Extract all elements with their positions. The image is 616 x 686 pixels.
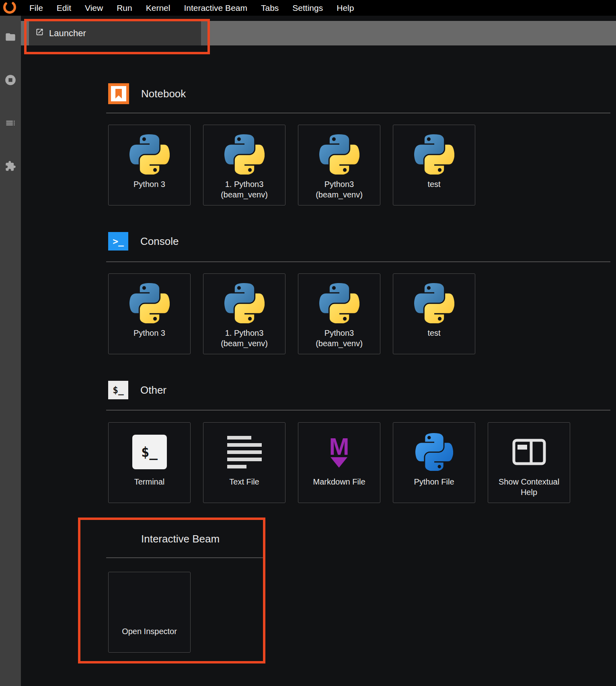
menu-tabs[interactable]: Tabs: [254, 3, 285, 13]
card-console-python3-beam-venv-1[interactable]: 1. Python3 (beam_venv): [203, 273, 285, 354]
console-icon: >_: [108, 232, 128, 251]
card-console-test[interactable]: test: [393, 273, 475, 354]
python-logo-icon: [319, 134, 359, 175]
tab-bar: Launcher: [21, 21, 616, 45]
card-label: Python 3: [133, 179, 165, 189]
tab-launcher-label: Launcher: [49, 28, 86, 39]
section-header-console: >_ Console: [108, 231, 179, 252]
menu-settings[interactable]: Settings: [285, 3, 330, 13]
markdown-icon: M: [329, 436, 349, 468]
section-header-notebook: Notebook: [108, 83, 186, 104]
notebook-cards-row: Python 3 1. Python3 (beam_venv) Python3 …: [108, 125, 475, 205]
jupyter-logo-icon: [2, 0, 17, 17]
console-cards-row: Python 3 1. Python3 (beam_venv) Python3 …: [108, 273, 475, 354]
python-logo-icon: [224, 283, 265, 323]
card-label: 1. Python3 (beam_venv): [206, 328, 283, 349]
card-label: Python3 (beam_venv): [301, 179, 378, 200]
table-of-contents-icon[interactable]: [5, 117, 16, 129]
menu-run[interactable]: Run: [110, 3, 139, 13]
card-label: Python File: [414, 477, 454, 487]
extension-manager-icon[interactable]: [5, 160, 16, 172]
section-title-notebook: Notebook: [141, 88, 186, 100]
section-divider: [106, 261, 610, 262]
python-logo-icon: [224, 134, 265, 175]
python-logo-icon: [129, 283, 170, 323]
contextual-help-icon: [512, 439, 546, 465]
section-header-interactive-beam: Interactive Beam: [141, 530, 220, 548]
terminal-icon: $_: [132, 435, 167, 469]
card-open-inspector[interactable]: Open Inspector: [108, 572, 191, 653]
external-link-icon: [35, 28, 44, 39]
python-logo-icon: [414, 134, 454, 175]
terminal-section-icon: $_: [108, 381, 128, 399]
card-show-contextual-help[interactable]: Show Contextual Help: [488, 422, 570, 503]
tab-launcher[interactable]: Launcher: [29, 21, 201, 45]
card-markdown-file[interactable]: M Markdown File: [298, 422, 380, 503]
left-sidebar: [0, 16, 21, 686]
terminal-glyph: $_: [141, 444, 158, 460]
card-text-file[interactable]: Text File: [203, 422, 285, 503]
section-title-other: Other: [140, 384, 166, 396]
section-title-console: Console: [140, 235, 179, 248]
card-label: Python 3: [133, 328, 165, 338]
console-glyph: >_: [113, 236, 124, 246]
section-divider: [106, 557, 264, 558]
card-label: Show Contextual Help: [496, 477, 562, 497]
menu-kernel[interactable]: Kernel: [139, 3, 177, 13]
menu-bar: File Edit View Run Kernel Interactive Be…: [0, 0, 616, 16]
card-terminal[interactable]: $_ Terminal: [108, 422, 191, 503]
section-title-interactive-beam: Interactive Beam: [141, 533, 220, 545]
card-label: Terminal: [134, 477, 165, 487]
markdown-m-glyph: M: [329, 436, 349, 457]
python-logo-icon: [129, 134, 170, 175]
menu-view[interactable]: View: [78, 3, 110, 13]
card-python-file[interactable]: Python File: [393, 422, 475, 503]
tab-bar-spacer: [201, 21, 210, 45]
card-label: test: [427, 179, 440, 189]
card-console-python3[interactable]: Python 3: [108, 273, 191, 354]
section-divider: [106, 410, 610, 411]
card-notebook-test[interactable]: test: [393, 125, 475, 205]
menu-help[interactable]: Help: [330, 3, 361, 13]
notebook-icon: [108, 83, 129, 104]
card-label: Markdown File: [313, 477, 365, 487]
python-logo-icon: [319, 283, 359, 323]
launcher-panel: Notebook Python 3 1. Python3 (beam_venv)…: [21, 45, 616, 686]
text-file-icon: [227, 435, 262, 469]
card-notebook-python3-beam-venv[interactable]: Python3 (beam_venv): [298, 125, 380, 205]
menu-edit[interactable]: Edit: [50, 3, 78, 13]
section-header-other: $_ Other: [108, 380, 166, 401]
card-label: Python3 (beam_venv): [301, 328, 378, 349]
card-label: test: [427, 328, 440, 338]
running-sessions-icon[interactable]: [5, 74, 16, 86]
menu-file[interactable]: File: [23, 3, 50, 13]
markdown-down-arrow: [331, 457, 347, 468]
card-label: 1. Python3 (beam_venv): [206, 179, 283, 200]
terminal-glyph: $_: [113, 385, 124, 395]
card-notebook-python3[interactable]: Python 3: [108, 125, 191, 205]
card-console-python3-beam-venv[interactable]: Python3 (beam_venv): [298, 273, 380, 354]
file-browser-icon[interactable]: [5, 31, 16, 43]
menu-interactive-beam[interactable]: Interactive Beam: [177, 3, 254, 13]
card-label: Text File: [229, 477, 259, 487]
python-file-icon: [415, 433, 453, 471]
card-label: Open Inspector: [122, 626, 177, 637]
python-logo-icon: [414, 283, 454, 323]
section-divider: [106, 113, 610, 113]
other-cards-row: $_ Terminal Text File M: [108, 422, 570, 503]
card-notebook-python3-beam-venv-1[interactable]: 1. Python3 (beam_venv): [203, 125, 285, 205]
interactive-beam-cards-row: Open Inspector: [108, 572, 191, 653]
